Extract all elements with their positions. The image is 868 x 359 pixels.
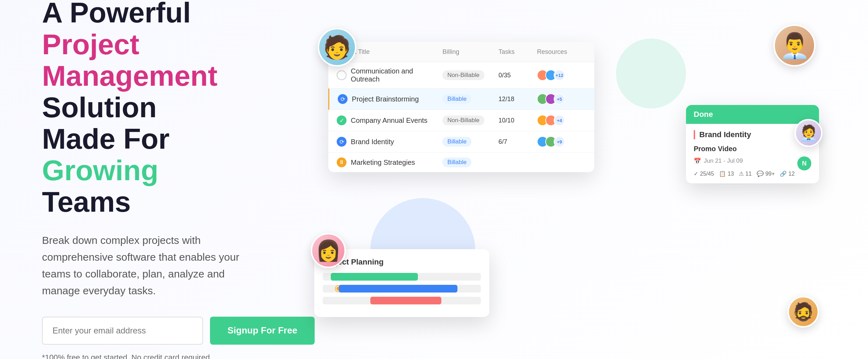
row-tasks: 12/18 bbox=[498, 96, 537, 103]
files-icon: 📋 bbox=[719, 170, 726, 177]
avatar-middle-right: 🧑‍💼 bbox=[794, 119, 822, 147]
row-tasks: 0/35 bbox=[498, 72, 537, 79]
avatar-group: +4 bbox=[537, 115, 586, 126]
billing-badge: Billable bbox=[442, 94, 471, 104]
billing-badge: Billable bbox=[442, 157, 471, 167]
calendar-icon: 📅 bbox=[694, 157, 701, 165]
table-row: ✓ Company Annual Events Non-Billable 10/… bbox=[328, 110, 594, 131]
stat-warnings-value: 11 bbox=[746, 171, 752, 177]
row-billing: Non-Billable bbox=[442, 70, 498, 80]
gantt-track bbox=[323, 273, 481, 281]
row-billing: Billable bbox=[442, 137, 498, 147]
row-project-name: Project Brainstorming bbox=[352, 95, 419, 103]
row-icon-green: ✓ bbox=[337, 115, 346, 125]
project-table-card: Project Title Billing Tasks Resources Co… bbox=[328, 42, 594, 172]
row-billing: Billable bbox=[442, 157, 498, 167]
row-title: ⟳ Brand Identity bbox=[337, 137, 442, 147]
done-card: Done Brand Identity Promo Video 📅 Jun 21… bbox=[686, 105, 819, 183]
done-date: 📅 Jun 21 - Jul 09 bbox=[694, 157, 743, 165]
row-icon-blue: ⟳ bbox=[338, 94, 348, 104]
gantt-bar-blue bbox=[339, 285, 457, 293]
avatar-middle-left: 👩 bbox=[311, 233, 346, 268]
stat-files-value: 13 bbox=[728, 171, 734, 177]
row-project-name: Company Annual Events bbox=[351, 117, 427, 125]
row-tasks: 6/7 bbox=[498, 138, 537, 146]
avatar-group: +5 bbox=[537, 93, 586, 105]
warning-icon: ⚠ bbox=[739, 170, 744, 177]
done-date-row: 📅 Jun 21 - Jul 09 N bbox=[694, 156, 811, 170]
done-date-text: Jun 21 - Jul 09 bbox=[704, 157, 743, 164]
right-column: 🧑 👨‍💼 👩 🧔 🧑‍💼 Project Title Billing Task… bbox=[300, 21, 826, 338]
billing-badge: Non-Billable bbox=[442, 70, 484, 80]
gantt-bar-row-2 bbox=[323, 285, 481, 293]
row-tasks: 10/10 bbox=[498, 117, 537, 124]
headline-management: Management bbox=[42, 60, 217, 92]
main-headline: A Powerful Project Management Solution M… bbox=[42, 0, 279, 218]
done-stat-comments: 💬 99+ bbox=[757, 170, 775, 177]
billing-badge: Non-Billable bbox=[442, 115, 484, 125]
gantt-bar-row-1 bbox=[323, 273, 481, 281]
row-project-name: Marketing Strategies bbox=[351, 159, 415, 167]
headline-teams: Teams bbox=[42, 186, 131, 218]
avatar-top-right: 👨‍💼 bbox=[774, 24, 816, 66]
avatar-top-left: 🧑 bbox=[318, 28, 356, 66]
row-icon-blue: ⟳ bbox=[337, 137, 346, 147]
avatar-bottom-right: 🧔 bbox=[788, 296, 819, 328]
table-header: Project Title Billing Tasks Resources bbox=[328, 42, 594, 62]
row-billing: Billable bbox=[442, 94, 498, 104]
row-title: Communication and Outreach bbox=[337, 67, 442, 83]
col-tasks: Tasks bbox=[498, 48, 537, 56]
table-row: Communication and Outreach Non-Billable … bbox=[328, 62, 594, 89]
avatar-more: +4 bbox=[554, 115, 565, 126]
done-stat-files: 📋 13 bbox=[719, 170, 734, 177]
free-note: *100% free to get started. No credit car… bbox=[42, 353, 279, 359]
row-icon-gray bbox=[337, 70, 346, 80]
stat-comments-value: 99+ bbox=[765, 171, 775, 177]
col-resources: Resources bbox=[537, 48, 586, 56]
headline-line1: A Powerful Project bbox=[42, 0, 191, 60]
gantt-title: Project Planning bbox=[323, 258, 481, 267]
avatar-more: +9 bbox=[554, 136, 565, 147]
table-row-highlighted: ⟳ Project Brainstorming Billable 12/18 +… bbox=[328, 89, 594, 110]
headline-solution: Solution bbox=[42, 91, 157, 123]
avatar-more: +5 bbox=[554, 93, 565, 105]
done-stat-links: 🔗 12 bbox=[780, 170, 795, 177]
avatar-group: +12 bbox=[537, 70, 586, 81]
table-row: ⟳ Brand Identity Billable 6/7 +9 bbox=[328, 131, 594, 153]
row-project-name: Brand Identity bbox=[351, 138, 394, 146]
headline-made-for: Made For bbox=[42, 123, 169, 155]
left-column: A Powerful Project Management Solution M… bbox=[42, 0, 300, 359]
comment-icon: 💬 bbox=[757, 170, 764, 177]
email-signup-row: Signup For Free bbox=[42, 317, 279, 345]
row-title: ⏸ Marketing Strategies bbox=[337, 157, 442, 167]
avatar-group: +9 bbox=[537, 136, 586, 147]
row-billing: Non-Billable bbox=[442, 115, 498, 125]
hero-subtext: Break down complex projects with compreh… bbox=[42, 232, 245, 299]
gantt-bar-row-3 bbox=[323, 297, 481, 304]
stat-progress-value: 25/45 bbox=[700, 171, 714, 177]
done-assignee-avatar: N bbox=[797, 156, 811, 170]
row-title: ✓ Company Annual Events bbox=[337, 115, 442, 125]
billing-badge: Billable bbox=[442, 137, 471, 147]
done-stats: ✓ 25/45 📋 13 ⚠ 11 💬 99+ bbox=[694, 170, 811, 177]
email-input[interactable] bbox=[42, 317, 203, 345]
stat-links-value: 12 bbox=[789, 171, 795, 177]
gantt-track bbox=[323, 285, 481, 293]
row-project-name: Communication and Outreach bbox=[351, 67, 442, 83]
col-billing: Billing bbox=[442, 48, 498, 56]
gantt-bar-green bbox=[331, 273, 418, 281]
row-icon-orange: ⏸ bbox=[337, 157, 346, 167]
headline-growing: Growing bbox=[42, 154, 159, 186]
done-stat-progress: ✓ 25/45 bbox=[694, 170, 714, 177]
done-card-header: Done bbox=[686, 105, 819, 124]
avatar-more: +12 bbox=[554, 70, 565, 81]
done-project-name: Brand Identity bbox=[694, 130, 811, 139]
done-task-name: Promo Video bbox=[694, 145, 811, 153]
headline-project: Project bbox=[42, 28, 139, 60]
gantt-track bbox=[323, 297, 481, 304]
signup-button[interactable]: Signup For Free bbox=[210, 317, 315, 345]
link-icon: 🔗 bbox=[780, 170, 787, 177]
gantt-bar-red bbox=[370, 297, 441, 304]
decorative-blob-green bbox=[616, 38, 686, 108]
check-icon: ✓ bbox=[694, 170, 698, 177]
